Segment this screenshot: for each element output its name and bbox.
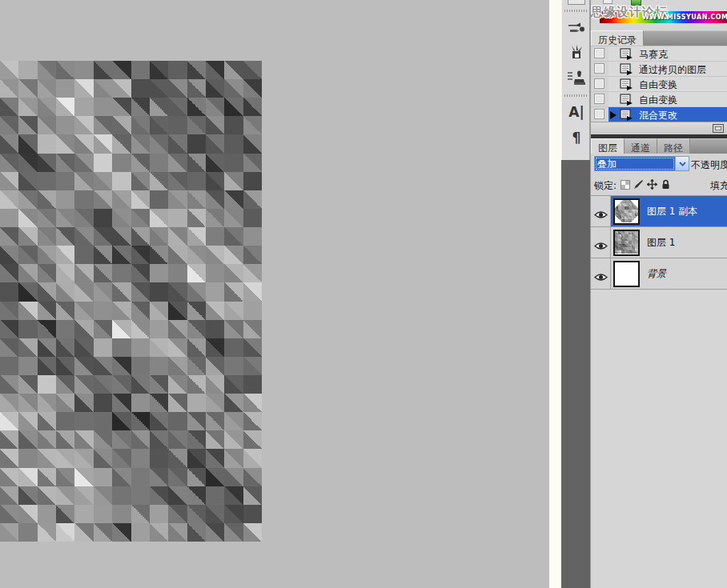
dock-grip-handle[interactable] bbox=[564, 94, 587, 97]
mosaic-cell bbox=[131, 190, 150, 209]
history-step[interactable]: 自由变换 bbox=[591, 77, 727, 92]
mosaic-cell bbox=[18, 523, 37, 542]
history-brush-source-well[interactable] bbox=[594, 78, 604, 89]
layer-visibility-cell[interactable] bbox=[591, 227, 611, 258]
history-step-label: 自由变换 bbox=[639, 78, 677, 92]
history-step-label: 马赛克 bbox=[639, 48, 668, 62]
mosaic-cell bbox=[187, 449, 206, 467]
mosaic-cell bbox=[0, 449, 18, 467]
history-step-body[interactable]: 自由变换 bbox=[609, 92, 727, 106]
mosaic-cell bbox=[112, 134, 131, 153]
tab-panel[interactable]: 路径 bbox=[657, 138, 690, 154]
layer-row-body[interactable]: 图层 1 bbox=[611, 227, 727, 258]
mosaic-cell bbox=[224, 486, 243, 505]
mosaic-cell bbox=[131, 357, 150, 375]
mosaic-cell bbox=[243, 505, 262, 523]
eye-icon[interactable] bbox=[594, 207, 608, 222]
new-document-from-state-button[interactable] bbox=[713, 124, 724, 133]
tab-history[interactable]: 历史记录 bbox=[591, 30, 644, 46]
mosaic-cell bbox=[18, 172, 37, 190]
layer-row[interactable]: 背景 bbox=[591, 258, 727, 290]
clone-source-panel-icon[interactable] bbox=[564, 67, 588, 90]
layer-row[interactable]: 图层 1 bbox=[591, 227, 727, 258]
mosaic-cell bbox=[56, 282, 74, 301]
layer-visibility-cell[interactable] bbox=[591, 258, 611, 289]
history-step[interactable]: 通过拷贝的图层 bbox=[591, 62, 727, 77]
mosaic-cell bbox=[168, 154, 187, 172]
mosaic-cell bbox=[0, 338, 18, 357]
mosaic-cell bbox=[56, 430, 74, 449]
history-brush-source-well[interactable] bbox=[594, 48, 604, 58]
mosaic-cell bbox=[206, 468, 224, 486]
mosaic-cell bbox=[94, 154, 112, 172]
mosaic-cell bbox=[224, 523, 243, 542]
chevron-down-icon[interactable] bbox=[675, 157, 689, 170]
blend-mode-select[interactable]: 叠加 bbox=[594, 156, 689, 171]
lock-all-icon[interactable] bbox=[660, 178, 672, 190]
mosaic-cell bbox=[18, 320, 37, 338]
paragraph-panel-icon[interactable]: ¶ bbox=[564, 126, 588, 149]
lock-transparency-icon[interactable] bbox=[619, 178, 631, 190]
mosaic-cell bbox=[0, 246, 18, 264]
mosaic-cell bbox=[168, 375, 187, 394]
layer-thumbnail[interactable] bbox=[613, 230, 640, 256]
tool-presets-panel-icon[interactable] bbox=[564, 42, 588, 64]
mosaic-cell bbox=[56, 375, 74, 394]
mosaic-cell bbox=[206, 320, 224, 338]
layer-row-body[interactable]: 背景 bbox=[611, 258, 727, 289]
mosaic-cell bbox=[131, 134, 150, 153]
history-step[interactable]: 混合更改 bbox=[591, 107, 727, 122]
history-step-label: 自由变换 bbox=[639, 94, 677, 107]
eye-icon[interactable] bbox=[594, 238, 608, 254]
mosaic-cell bbox=[18, 98, 37, 116]
lock-position-icon[interactable] bbox=[646, 178, 658, 190]
mosaic-cell bbox=[224, 357, 243, 375]
history-step-body[interactable]: 自由变换 bbox=[609, 77, 727, 91]
history-step-body[interactable]: 混合更改 bbox=[609, 107, 727, 122]
character-panel-icon[interactable]: A| bbox=[564, 101, 588, 123]
mosaic-cell bbox=[0, 116, 18, 134]
mosaic-cell bbox=[38, 246, 56, 264]
document-canvas[interactable] bbox=[0, 61, 262, 542]
panel-dock: A|¶ bbox=[561, 0, 590, 588]
mosaic-cell bbox=[224, 264, 243, 282]
mosaic-cell bbox=[94, 320, 112, 338]
brushes-panel-icon[interactable] bbox=[564, 16, 588, 38]
mosaic-cell bbox=[131, 505, 150, 523]
history-brush-source-well[interactable] bbox=[594, 63, 604, 74]
mosaic-cell bbox=[0, 430, 18, 449]
layer-name[interactable]: 图层 1 副本 bbox=[647, 205, 697, 218]
layer-visibility-cell[interactable] bbox=[591, 196, 611, 226]
layer-thumbnail[interactable] bbox=[613, 198, 640, 225]
layer-row[interactable]: 图层 1 副本 bbox=[591, 196, 727, 227]
mosaic-cell bbox=[112, 79, 131, 98]
lock-image-icon[interactable] bbox=[633, 178, 645, 190]
history-brush-source-well[interactable] bbox=[594, 94, 604, 104]
eye-icon[interactable] bbox=[594, 270, 608, 285]
mosaic-cell bbox=[18, 79, 37, 98]
history-step[interactable]: 自由变换 bbox=[591, 92, 727, 107]
mosaic-cell bbox=[243, 264, 262, 282]
mosaic-cell bbox=[56, 394, 74, 412]
mosaic-cell bbox=[94, 116, 112, 134]
mosaic-cell bbox=[206, 282, 224, 301]
history-step-body[interactable]: 马赛克 bbox=[609, 46, 727, 61]
history-brush-source-well[interactable] bbox=[594, 109, 604, 119]
mosaic-cell bbox=[168, 190, 187, 209]
tab-layers-active[interactable]: 图层 bbox=[591, 138, 625, 154]
history-step-label: 混合更改 bbox=[639, 109, 677, 122]
history-step-body[interactable]: 通过拷贝的图层 bbox=[609, 62, 727, 76]
dock-grip-handle[interactable] bbox=[564, 10, 587, 12]
layer-name[interactable]: 图层 1 bbox=[647, 236, 675, 250]
mosaic-cell bbox=[94, 282, 112, 301]
mosaic-cell bbox=[150, 468, 168, 486]
mosaic-cell bbox=[168, 264, 187, 282]
tab-panel[interactable]: 通道 bbox=[625, 138, 657, 154]
history-step[interactable]: 马赛克 bbox=[591, 46, 727, 62]
tabbar-filler bbox=[644, 30, 727, 46]
layer-name[interactable]: 背景 bbox=[647, 267, 666, 281]
mosaic-cell bbox=[224, 412, 243, 430]
layer-thumbnail[interactable] bbox=[613, 261, 640, 287]
mosaic-cell bbox=[94, 523, 112, 542]
layer-row-body[interactable]: 图层 1 副本 bbox=[611, 196, 727, 226]
